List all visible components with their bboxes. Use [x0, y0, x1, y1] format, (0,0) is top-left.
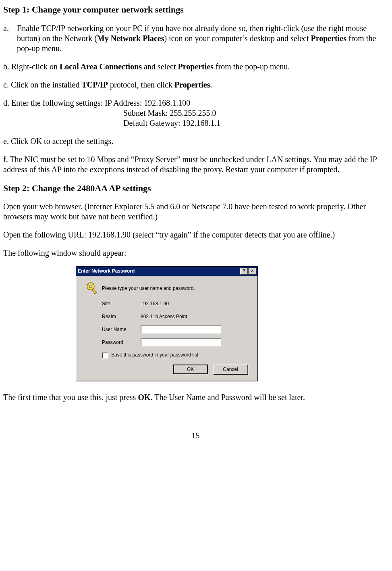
cancel-button[interactable]: Cancel: [213, 365, 248, 374]
text: The first time that you use this, just p…: [3, 393, 138, 402]
dialog-titlebar[interactable]: Enter Network Password ? ×: [76, 267, 257, 276]
ok-button[interactable]: OK: [173, 365, 208, 374]
text: c. Click on the installed: [3, 80, 81, 89]
username-field[interactable]: [141, 325, 221, 333]
bold-text: OK: [138, 393, 150, 402]
realm-value: 802.11b Access Point: [141, 314, 250, 320]
realm-row: Realm 802.11b Access Point: [83, 312, 250, 321]
step2-p3: The following window should appear:: [3, 248, 388, 258]
text: and select: [142, 62, 178, 71]
bold-text: Local Area Connections: [60, 62, 142, 71]
dialog-title: Enter Network Password: [78, 268, 239, 274]
save-password-label: Save this password in your password list: [111, 352, 198, 358]
bold-text: Properties: [311, 34, 346, 43]
password-field[interactable]: [141, 338, 221, 346]
step2-heading: Step 2: Change the 2480AA AP settings: [3, 183, 388, 194]
save-password-checkbox[interactable]: [102, 352, 108, 358]
key-icon: [83, 281, 102, 295]
text: b. Right-click on: [3, 62, 60, 71]
realm-label: Realm: [102, 314, 141, 320]
list-marker-a: a.: [3, 23, 17, 33]
settings-line-mask: Subnet Mask: 255.255.255.0: [3, 108, 388, 118]
site-label: Site:: [102, 301, 141, 307]
password-dialog: Enter Network Password ? × Please type y…: [76, 266, 258, 381]
step1-item-e: e. Click OK to accept the settings.: [3, 136, 388, 146]
username-row: User Name: [83, 325, 250, 334]
step2-after-dialog: The first time that you use this, just p…: [3, 392, 388, 402]
text: ) icon on your computer’s desktop and se…: [164, 34, 311, 43]
prompt-row: Please type your user name and password.: [83, 281, 250, 295]
text: .: [210, 80, 212, 89]
step1-item-b: b. Right-click on Local Area Connections…: [3, 62, 388, 72]
step2-p2: Open the following URL: 192.168.1.90 (se…: [3, 230, 388, 240]
site-value: 192.168.1.90: [141, 301, 250, 307]
site-row: Site: 192.168.1.90: [83, 299, 250, 308]
bold-text: My Network Places: [97, 34, 164, 43]
settings-line-ip: d. Enter the following settings: IP Addr…: [3, 98, 388, 108]
dialog-button-row: OK Cancel: [83, 365, 250, 374]
step2-p1: Open your web browser. (Internet Explore…: [3, 202, 388, 222]
text: from the pop-up menu.: [214, 62, 290, 71]
step1-item-c: c. Click on the installed TCP/IP protoco…: [3, 80, 388, 90]
dialog-body: Please type your user name and password.…: [76, 276, 257, 381]
close-icon[interactable]: ×: [249, 268, 256, 275]
bold-text: TCP/IP: [81, 80, 108, 89]
password-label: Password: [102, 340, 141, 346]
step1-item-d: d. Enter the following settings: IP Addr…: [3, 98, 388, 128]
text: protocol, then click: [108, 80, 174, 89]
page-number: 15: [3, 431, 388, 441]
step1-item-a: a.Enable TCP/IP networking on your PC if…: [3, 23, 388, 54]
bold-text: Properties: [174, 80, 210, 89]
settings-line-gateway: Default Gateway: 192.168.1.1: [3, 118, 388, 128]
dialog-container: Enter Network Password ? × Please type y…: [3, 266, 388, 381]
step1-heading: Step 1: Change your computer network set…: [3, 4, 388, 15]
prompt-text: Please type your user name and password.: [102, 286, 250, 292]
bold-text: Properties: [178, 62, 214, 71]
password-row: Password: [83, 338, 250, 347]
help-icon[interactable]: ?: [240, 268, 248, 275]
svg-point-1: [89, 285, 92, 288]
save-password-row: Save this password in your password list: [83, 351, 250, 360]
username-label: User Name: [102, 327, 141, 333]
text: . The User Name and Password will be set…: [151, 393, 305, 402]
step1-item-f: f. The NIC must be set to 10 Mbps and “P…: [3, 154, 388, 175]
